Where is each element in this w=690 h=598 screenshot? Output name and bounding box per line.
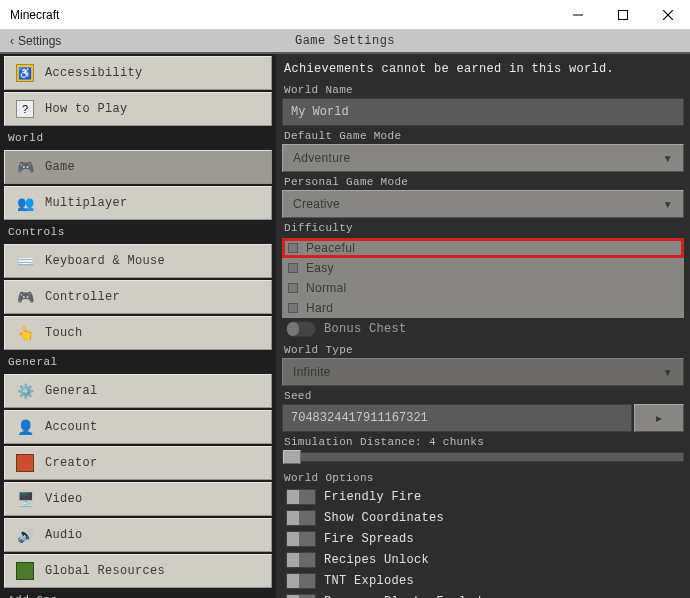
toggle-label: Fire Spreads — [324, 532, 414, 546]
radio-icon — [288, 303, 298, 313]
sidebar-item-label: Audio — [45, 528, 83, 542]
window-title: Minecraft — [10, 8, 59, 22]
seed-label: Seed — [282, 386, 684, 404]
sidebar-item-label: Global Resources — [45, 564, 165, 578]
bonus-chest-toggle[interactable] — [286, 321, 316, 337]
toggle-respawn-blocks-explode[interactable] — [286, 594, 316, 598]
option-label: Peaceful — [306, 241, 355, 255]
sidebar-item-howtoplay[interactable]: ? How to Play — [4, 92, 272, 126]
seed-arrow-button[interactable]: ▸ — [634, 404, 684, 432]
toggle-label: TNT Explodes — [324, 574, 414, 588]
sidebar-item-global-resources[interactable]: Global Resources — [4, 554, 272, 588]
toggle-label: Recipes Unlock — [324, 553, 429, 567]
option-recipes-unlock: Recipes Unlock — [282, 550, 684, 570]
sidebar-item-label: Creator — [45, 456, 98, 470]
account-icon: 👤 — [15, 417, 35, 437]
difficulty-option-hard[interactable]: Hard — [282, 298, 684, 318]
maximize-button[interactable] — [600, 0, 645, 29]
option-friendly-fire: Friendly Fire — [282, 487, 684, 507]
difficulty-option-normal[interactable]: Normal — [282, 278, 684, 298]
section-header-controls: Controls — [0, 222, 276, 242]
sidebar-item-audio[interactable]: 🔊 Audio — [4, 518, 272, 552]
world-type-dropdown[interactable]: Infinite ▼ — [282, 358, 684, 386]
option-show-coordinates: Show Coordinates — [282, 508, 684, 528]
section-header-general: General — [0, 352, 276, 372]
back-button[interactable]: ‹ Settings — [0, 34, 61, 48]
default-game-mode-dropdown[interactable]: Adventure ▼ — [282, 144, 684, 172]
sidebar-item-keyboard[interactable]: ⌨️ Keyboard & Mouse — [4, 244, 272, 278]
radio-icon — [288, 263, 298, 273]
simulation-distance-label: Simulation Distance: 4 chunks — [282, 434, 684, 450]
chevron-left-icon: ‹ — [10, 34, 14, 48]
option-fire-spreads: Fire Spreads — [282, 529, 684, 549]
difficulty-label: Difficulty — [282, 218, 684, 236]
sidebar-item-general[interactable]: ⚙️ General — [4, 374, 272, 408]
chevron-right-icon: ▸ — [656, 411, 662, 425]
chevron-down-icon: ▼ — [663, 199, 673, 210]
section-header-addons: Add-Ons — [0, 590, 276, 598]
window-titlebar: Minecraft — [0, 0, 690, 30]
creator-icon — [15, 453, 35, 473]
sidebar-item-touch[interactable]: 👆 Touch — [4, 316, 272, 350]
difficulty-options: Peaceful Easy Normal Hard — [282, 238, 684, 318]
sidebar-item-label: How to Play — [45, 102, 128, 116]
personal-game-mode-dropdown[interactable]: Creative ▼ — [282, 190, 684, 218]
multiplayer-icon: 👥 — [15, 193, 35, 213]
sidebar-item-label: Touch — [45, 326, 83, 340]
sidebar-item-label: Controller — [45, 290, 120, 304]
seed-input[interactable] — [282, 404, 632, 432]
world-type-label: World Type — [282, 340, 684, 358]
page-title: Game Settings — [295, 34, 395, 48]
option-tnt-explodes: TNT Explodes — [282, 571, 684, 591]
sidebar-item-accessibility[interactable]: ♿ Accessibility — [4, 56, 272, 90]
toggle-fire-spreads[interactable] — [286, 531, 316, 547]
section-header-world: World — [0, 128, 276, 148]
chevron-down-icon: ▼ — [663, 367, 673, 378]
general-icon: ⚙️ — [15, 381, 35, 401]
difficulty-option-easy[interactable]: Easy — [282, 258, 684, 278]
toggle-recipes-unlock[interactable] — [286, 552, 316, 568]
sidebar-item-label: Accessibility — [45, 66, 143, 80]
sidebar-item-video[interactable]: 🖥️ Video — [4, 482, 272, 516]
world-name-input[interactable] — [282, 98, 684, 126]
toggle-label: Show Coordinates — [324, 511, 444, 525]
sidebar-item-label: Account — [45, 420, 98, 434]
close-button[interactable] — [645, 0, 690, 29]
toggle-show-coordinates[interactable] — [286, 510, 316, 526]
sidebar-item-account[interactable]: 👤 Account — [4, 410, 272, 444]
sidebar-item-game[interactable]: 🎮 Game — [4, 150, 272, 184]
sidebar: ♿ Accessibility ? How to Play World 🎮 Ga… — [0, 54, 276, 598]
window-controls — [555, 0, 690, 29]
controller-icon: 🎮 — [15, 287, 35, 307]
dropdown-value: Infinite — [293, 365, 331, 379]
world-name-label: World Name — [282, 80, 684, 98]
bonus-chest-row: Bonus Chest — [282, 319, 684, 339]
resources-icon — [15, 561, 35, 581]
dropdown-value: Adventure — [293, 151, 350, 165]
achievements-notice: Achievements cannot be earned in this wo… — [282, 58, 684, 80]
world-options-label: World Options — [282, 468, 684, 486]
dropdown-value: Creative — [293, 197, 340, 211]
difficulty-option-peaceful[interactable]: Peaceful — [282, 238, 684, 258]
radio-icon — [288, 283, 298, 293]
default-game-mode-label: Default Game Mode — [282, 126, 684, 144]
radio-icon — [288, 243, 298, 253]
option-label: Easy — [306, 261, 334, 275]
keyboard-icon: ⌨️ — [15, 251, 35, 271]
toggle-friendly-fire[interactable] — [286, 489, 316, 505]
toggle-tnt-explodes[interactable] — [286, 573, 316, 589]
simulation-distance-slider[interactable] — [282, 452, 684, 462]
sidebar-item-label: General — [45, 384, 98, 398]
sidebar-item-controller[interactable]: 🎮 Controller — [4, 280, 272, 314]
help-icon: ? — [15, 99, 35, 119]
minimize-button[interactable] — [555, 0, 600, 29]
toggle-label: Friendly Fire — [324, 490, 422, 504]
option-label: Hard — [306, 301, 333, 315]
sidebar-item-creator[interactable]: Creator — [4, 446, 272, 480]
content-pane: Achievements cannot be earned in this wo… — [276, 54, 690, 598]
sidebar-item-multiplayer[interactable]: 👥 Multiplayer — [4, 186, 272, 220]
chevron-down-icon: ▼ — [663, 153, 673, 164]
game-icon: 🎮 — [15, 157, 35, 177]
option-respawn-blocks-explode: Respawn Blocks Explode — [282, 592, 684, 598]
slider-handle[interactable] — [283, 450, 301, 464]
